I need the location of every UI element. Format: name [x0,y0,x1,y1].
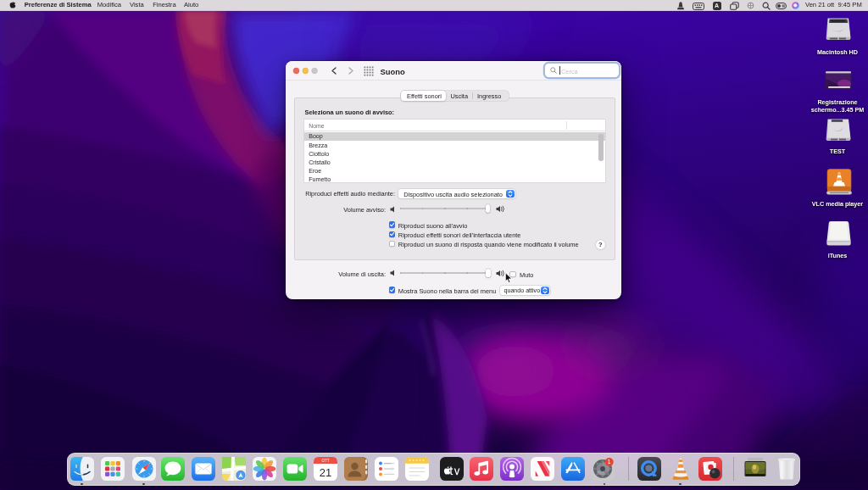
svg-text:OTT: OTT [321,459,329,463]
svg-text:21: 21 [320,466,331,479]
svg-text:1: 1 [608,459,611,465]
